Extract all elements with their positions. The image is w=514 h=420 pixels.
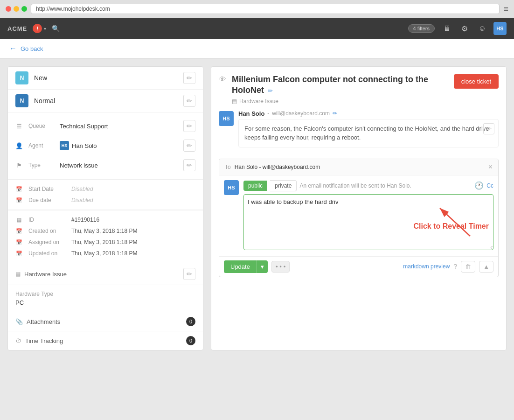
time-tracking-section: ⏱ Time Tracking 0 bbox=[8, 331, 203, 350]
maximize-dot[interactable] bbox=[21, 6, 27, 12]
nav-alert-wrap[interactable]: ! ▾ bbox=[33, 24, 46, 33]
agent-edit-button[interactable]: ✏ bbox=[183, 140, 195, 152]
reply-tabs-bar: public private An email notification wil… bbox=[243, 180, 493, 191]
due-calendar-icon: 📅 bbox=[15, 197, 23, 203]
gear-icon[interactable]: ⚙ bbox=[458, 22, 471, 35]
agent-value: HS Han Solo bbox=[60, 141, 178, 150]
nav-brand: ACME bbox=[7, 25, 27, 32]
queue-row: ☰ Queue Technical Support ✏ bbox=[8, 116, 203, 136]
minimize-dot[interactable] bbox=[14, 6, 19, 12]
message-sender: Han Solo bbox=[238, 110, 264, 117]
reply-to-label: To bbox=[225, 164, 231, 170]
category-edit-button[interactable]: ✏ bbox=[183, 268, 195, 280]
annotation-area: Click to Reveal Timer bbox=[243, 194, 493, 252]
hardware-section: Hardware Type PC bbox=[8, 285, 203, 312]
message-separator: - bbox=[267, 110, 269, 117]
assigned-icon: 📅 bbox=[15, 239, 23, 245]
close-ticket-button[interactable]: close ticket bbox=[454, 74, 499, 89]
start-date-value: Disabled bbox=[71, 186, 93, 192]
message-edit-icon[interactable]: ✏ bbox=[333, 110, 337, 117]
nav-filter-badge[interactable]: 4 filters bbox=[408, 24, 435, 33]
ticket-category-bar: ▤ Hardware Issue bbox=[232, 98, 448, 105]
cc-label[interactable]: Cc bbox=[486, 182, 493, 189]
agent-row: 👤 Agent HS Han Solo ✏ bbox=[8, 136, 203, 155]
update-dropdown-button[interactable]: ▾ bbox=[257, 260, 268, 273]
back-bar: ← Go back bbox=[0, 39, 514, 59]
smiley-icon[interactable]: ☺ bbox=[476, 22, 489, 35]
close-dot[interactable] bbox=[6, 6, 11, 12]
new-edit-button[interactable]: ✏ bbox=[183, 72, 195, 84]
left-panel: N New ✏ N Normal ✏ ☰ Queue Technical Sup… bbox=[7, 66, 203, 350]
title-edit-icon[interactable]: ✏ bbox=[268, 87, 273, 94]
timer-clock-icon[interactable]: 🕐 bbox=[474, 181, 484, 190]
toolbar-trash-icon[interactable]: 🗑 bbox=[461, 261, 475, 273]
tab-private[interactable]: private bbox=[270, 180, 297, 191]
user-avatar[interactable]: HS bbox=[493, 22, 507, 35]
category-section: ▤ Hardware Issue ✏ bbox=[8, 263, 203, 285]
nav-alert-icon[interactable]: ! bbox=[33, 24, 42, 33]
toolbar-up-icon[interactable]: ▲ bbox=[479, 261, 493, 273]
reply-close-icon[interactable]: × bbox=[488, 163, 493, 171]
normal-edit-button[interactable]: ✏ bbox=[183, 95, 195, 107]
id-row: ▦ ID #19190116 bbox=[8, 214, 203, 225]
update-button[interactable]: Update bbox=[224, 260, 257, 273]
type-key: Type bbox=[28, 162, 54, 168]
tracking-count: 0 bbox=[186, 336, 195, 345]
due-date-value: Disabled bbox=[71, 197, 93, 203]
agent-name: Han Solo bbox=[72, 142, 97, 149]
created-icon: 📅 bbox=[15, 228, 23, 234]
browser-dots bbox=[6, 6, 27, 12]
message-avatar: HS bbox=[219, 111, 234, 126]
reply-textarea[interactable] bbox=[243, 194, 493, 250]
browser-url[interactable] bbox=[31, 4, 500, 14]
id-section: ▦ ID #19190116 📅 Created on Thu, May 3, … bbox=[8, 210, 203, 263]
status-section: N New ✏ N Normal ✏ bbox=[8, 67, 203, 112]
start-date-key: Start Date bbox=[28, 186, 66, 192]
ticket-title: Millenium Falcon computer not connecting… bbox=[232, 75, 428, 95]
agent-key: Agent bbox=[28, 142, 54, 149]
meta-section: ☰ Queue Technical Support ✏ 👤 Agent HS H… bbox=[8, 112, 203, 179]
browser-chrome: ≡ bbox=[0, 0, 514, 18]
ticket-header: 👁 Millenium Falcon computer not connecti… bbox=[219, 74, 499, 105]
back-arrow-icon[interactable]: ← bbox=[9, 44, 17, 53]
status-normal-row: N Normal ✏ bbox=[8, 90, 203, 112]
reply-compose: HS public private An email notification … bbox=[219, 175, 498, 256]
tab-public[interactable]: public bbox=[243, 181, 267, 191]
due-date-row: 📅 Due date Disabled bbox=[8, 195, 203, 206]
dates-section: 📅 Start Date Disabled 📅 Due date Disable… bbox=[8, 180, 203, 210]
queue-icon: ☰ bbox=[15, 123, 23, 130]
queue-key: Queue bbox=[28, 123, 54, 129]
toolbar-help-icon[interactable]: ? bbox=[453, 263, 457, 270]
updated-on-value: Thu, May 3, 2018 1:18 PM bbox=[71, 250, 137, 257]
message-thread: HS Han Solo - will@daskeyboard.com ✏ For… bbox=[219, 110, 499, 153]
queue-value: Technical Support bbox=[60, 123, 178, 130]
time-tracking-label: Time Tracking bbox=[25, 337, 182, 344]
status-new-row: N New ✏ bbox=[8, 67, 203, 90]
toolbar-dots-button[interactable]: • • • bbox=[271, 261, 290, 273]
updated-icon: 📅 bbox=[15, 251, 23, 257]
ticket-title-line: Millenium Falcon computer not connecting… bbox=[232, 74, 448, 96]
browser-menu-icon[interactable]: ≡ bbox=[503, 4, 508, 14]
agent-badge: HS bbox=[60, 141, 69, 150]
nav-search: 🔍 bbox=[52, 25, 402, 32]
updated-on-row: 📅 Updated on Thu, May 3, 2018 1:18 PM bbox=[8, 248, 203, 259]
back-link[interactable]: Go back bbox=[21, 45, 43, 52]
new-label: New bbox=[34, 74, 178, 82]
queue-edit-button[interactable]: ✏ bbox=[183, 120, 195, 132]
type-edit-button[interactable]: ✏ bbox=[183, 159, 195, 171]
message-body-edit[interactable]: ✏ bbox=[483, 123, 494, 134]
category-doc-icon: ▤ bbox=[232, 98, 237, 105]
markdown-preview-link[interactable]: markdown preview bbox=[403, 263, 450, 270]
assigned-on-row: 📅 Assigned on Thu, May 3, 2018 1:18 PM bbox=[8, 237, 203, 248]
due-date-key: Due date bbox=[28, 197, 66, 203]
monitor-icon[interactable]: 🖥 bbox=[440, 22, 453, 35]
reply-notice: An email notification will be sent to Ha… bbox=[299, 182, 472, 189]
eye-icon[interactable]: 👁 bbox=[219, 74, 226, 84]
calendar-icon: 📅 bbox=[15, 186, 23, 192]
id-icon: ▦ bbox=[15, 217, 23, 223]
normal-label: Normal bbox=[34, 97, 178, 105]
type-row: ⚑ Type Network issue ✏ bbox=[8, 155, 203, 175]
reply-compose-area: public private An email notification wil… bbox=[243, 180, 493, 252]
created-on-value: Thu, May 3, 2018 1:18 PM bbox=[71, 228, 137, 234]
reply-area: To Han Solo - will@daskeyboard.com × HS … bbox=[219, 159, 499, 277]
